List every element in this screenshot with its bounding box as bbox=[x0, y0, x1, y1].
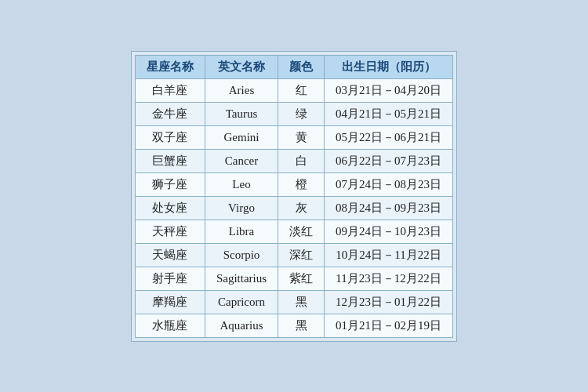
table-cell: 摩羯座 bbox=[135, 290, 205, 314]
table-cell: 红 bbox=[278, 78, 325, 102]
table-cell: 黑 bbox=[278, 314, 325, 337]
table-header-cell: 英文名称 bbox=[205, 55, 278, 78]
table-cell: Gemini bbox=[205, 125, 278, 149]
table-header-cell: 星座名称 bbox=[135, 55, 205, 78]
table-cell: 08月24日－09月23日 bbox=[325, 196, 453, 220]
table-cell: 水瓶座 bbox=[135, 314, 205, 337]
table-row: 巨蟹座Cancer白06月22日－07月23日 bbox=[135, 149, 452, 172]
table-row: 狮子座Leo橙07月24日－08月23日 bbox=[135, 172, 452, 196]
table-cell: Cancer bbox=[205, 149, 278, 172]
table-cell: 03月21日－04月20日 bbox=[325, 78, 453, 102]
table-row: 处女座Virgo灰08月24日－09月23日 bbox=[135, 196, 452, 220]
table-cell: Leo bbox=[205, 172, 278, 196]
table-cell: Virgo bbox=[205, 196, 278, 220]
table-cell: 橙 bbox=[278, 172, 325, 196]
table-cell: 白羊座 bbox=[135, 78, 205, 102]
table-cell: 射手座 bbox=[135, 267, 205, 290]
table-row: 双子座Gemini黄05月22日－06月21日 bbox=[135, 125, 452, 149]
table-cell: Sagittarius bbox=[205, 267, 278, 290]
table-cell: 金牛座 bbox=[135, 102, 205, 125]
table-cell: 紫红 bbox=[278, 267, 325, 290]
table-row: 摩羯座Capricorn黑12月23日－01月22日 bbox=[135, 290, 452, 314]
table-cell: 04月21日－05月21日 bbox=[325, 102, 453, 125]
table-header-cell: 颜色 bbox=[278, 55, 325, 78]
table-cell: Capricorn bbox=[205, 290, 278, 314]
table-cell: 11月23日－12月22日 bbox=[325, 267, 453, 290]
table-header-row: 星座名称英文名称颜色出生日期（阳历） bbox=[135, 55, 452, 78]
table-cell: 巨蟹座 bbox=[135, 149, 205, 172]
table-row: 天蝎座Scorpio深红10月24日－11月22日 bbox=[135, 243, 452, 267]
table-cell: 黄 bbox=[278, 125, 325, 149]
zodiac-table: 星座名称英文名称颜色出生日期（阳历） 白羊座Aries红03月21日－04月20… bbox=[135, 55, 453, 338]
table-cell: 双子座 bbox=[135, 125, 205, 149]
table-cell: 05月22日－06月21日 bbox=[325, 125, 453, 149]
table-cell: 黑 bbox=[278, 290, 325, 314]
table-row: 射手座Sagittarius紫红11月23日－12月22日 bbox=[135, 267, 452, 290]
table-cell: 06月22日－07月23日 bbox=[325, 149, 453, 172]
table-cell: Aries bbox=[205, 78, 278, 102]
table-cell: Taurus bbox=[205, 102, 278, 125]
table-cell: 天蝎座 bbox=[135, 243, 205, 267]
table-cell: 狮子座 bbox=[135, 172, 205, 196]
table-cell: 处女座 bbox=[135, 196, 205, 220]
table-cell: Aquarius bbox=[205, 314, 278, 337]
table-header-cell: 出生日期（阳历） bbox=[325, 55, 453, 78]
table-cell: 深红 bbox=[278, 243, 325, 267]
table-cell: 淡红 bbox=[278, 220, 325, 243]
table-cell: 绿 bbox=[278, 102, 325, 125]
table-cell: 灰 bbox=[278, 196, 325, 220]
table-row: 白羊座Aries红03月21日－04月20日 bbox=[135, 78, 452, 102]
table-cell: 12月23日－01月22日 bbox=[325, 290, 453, 314]
table-row: 金牛座Taurus绿04月21日－05月21日 bbox=[135, 102, 452, 125]
table-cell: 白 bbox=[278, 149, 325, 172]
table-cell: Scorpio bbox=[205, 243, 278, 267]
table-cell: 01月21日－02月19日 bbox=[325, 314, 453, 337]
table-cell: Libra bbox=[205, 220, 278, 243]
table-cell: 07月24日－08月23日 bbox=[325, 172, 453, 196]
table-cell: 10月24日－11月22日 bbox=[325, 243, 453, 267]
table-row: 天秤座Libra淡红09月24日－10月23日 bbox=[135, 220, 452, 243]
table-row: 水瓶座Aquarius黑01月21日－02月19日 bbox=[135, 314, 452, 337]
zodiac-table-container: 星座名称英文名称颜色出生日期（阳历） 白羊座Aries红03月21日－04月20… bbox=[131, 51, 457, 342]
table-cell: 天秤座 bbox=[135, 220, 205, 243]
table-cell: 09月24日－10月23日 bbox=[325, 220, 453, 243]
